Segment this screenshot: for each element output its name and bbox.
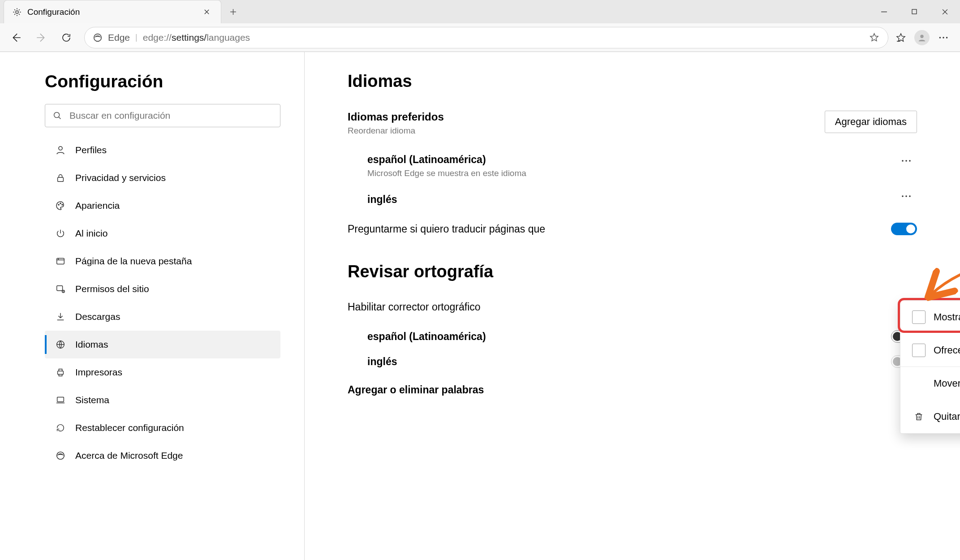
browser-tab[interactable]: Configuración [4, 0, 221, 23]
palette-icon [55, 200, 66, 211]
trash-icon [912, 412, 926, 422]
svg-point-12 [62, 204, 63, 205]
menu-item-label: Mostrar Microsoft Edge en este idioma [934, 311, 960, 323]
add-language-button[interactable]: Agregar idiomas [825, 111, 917, 133]
svg-point-21 [905, 160, 907, 162]
back-button[interactable] [5, 27, 27, 48]
more-menu-icon[interactable] [938, 32, 949, 43]
sidebar-item-languages[interactable]: Idiomas [45, 331, 280, 358]
sidebar-item-privacy[interactable]: Privacidad y servicios [45, 164, 280, 192]
spellcheck-language-name: español (Latinoamérica) [367, 331, 486, 343]
settings-search-input[interactable] [45, 104, 280, 127]
languages-heading: Idiomas [348, 72, 917, 91]
language-more-button[interactable] [895, 152, 917, 170]
address-bar[interactable]: Edge | edge://settings/languages [84, 27, 888, 48]
languages-icon [55, 339, 66, 350]
svg-point-23 [902, 195, 904, 197]
sidebar-item-onstartup[interactable]: Al inicio [45, 220, 280, 247]
sidebar-item-site-permissions[interactable]: Permisos del sitio [45, 275, 280, 303]
svg-rect-9 [58, 177, 64, 181]
sidebar-item-profiles[interactable]: Perfiles [45, 136, 280, 164]
person-icon [55, 144, 66, 156]
offer-translate-toggle[interactable] [891, 223, 917, 235]
svg-point-22 [909, 160, 911, 162]
window-maximize-button[interactable] [899, 0, 930, 23]
settings-search-field[interactable] [69, 110, 273, 121]
refresh-button[interactable] [56, 27, 77, 48]
sidebar-item-label: Sistema [75, 395, 109, 405]
dictionary-row[interactable]: Agregar o eliminar palabras [348, 384, 917, 396]
gear-icon [12, 7, 22, 17]
settings-sidebar: Configuración Perfiles Privacidad y serv… [0, 52, 305, 560]
svg-point-25 [909, 195, 911, 197]
favorites-icon[interactable] [895, 32, 906, 43]
window-close-button[interactable] [930, 0, 960, 23]
offer-translate-label: Preguntarme si quiero traducir páginas q… [348, 223, 545, 235]
newtab-icon [55, 255, 66, 267]
sidebar-item-downloads[interactable]: Descargas [45, 303, 280, 331]
spellcheck-language-name: inglés [367, 356, 397, 368]
language-more-button[interactable] [895, 187, 917, 205]
menu-item-label: Mover a la parte superior [934, 378, 960, 389]
sidebar-item-newtab[interactable]: Página de la nueva pestaña [45, 247, 280, 275]
laptop-icon [55, 394, 66, 406]
power-icon [55, 228, 66, 239]
svg-point-8 [59, 146, 62, 150]
svg-rect-1 [912, 9, 917, 14]
window-minimize-button[interactable] [869, 0, 899, 23]
language-subtext: Microsoft Edge se muestra en este idioma [367, 168, 526, 178]
edge-logo-icon [55, 450, 66, 461]
close-tab-icon[interactable] [200, 6, 213, 18]
checkbox-icon[interactable] [912, 344, 926, 357]
new-tab-button[interactable] [221, 0, 245, 23]
svg-rect-18 [57, 397, 64, 402]
profile-avatar-icon[interactable] [914, 30, 930, 45]
svg-point-6 [946, 37, 947, 38]
sidebar-item-label: Impresoras [75, 367, 122, 378]
download-icon [55, 311, 66, 323]
sidebar-item-system[interactable]: Sistema [45, 386, 280, 414]
menu-remove[interactable]: Quitar [900, 400, 960, 433]
menu-item-label: Quitar [934, 411, 960, 422]
toolbar: Edge | edge://settings/languages [0, 23, 960, 52]
printer-icon [55, 366, 66, 378]
menu-offer-translate[interactable]: Ofrecer la traducción de paginas en este… [900, 334, 960, 367]
spellcheck-enable-label: Habilitar corrector ortográfico [348, 301, 917, 313]
forward-button[interactable] [30, 27, 52, 48]
sidebar-item-label: Al inicio [75, 228, 108, 239]
svg-rect-13 [57, 258, 65, 264]
svg-point-2 [94, 34, 102, 41]
language-context-menu: Mostrar Microsoft Edge en este idioma Of… [900, 300, 960, 434]
menu-move-top[interactable]: Mover a la parte superior [900, 367, 960, 400]
settings-nav: Perfiles Privacidad y servicios Aparienc… [45, 136, 283, 470]
url-scheme-label: Edge [108, 32, 130, 43]
svg-point-20 [902, 160, 904, 162]
lock-icon [55, 172, 66, 184]
sidebar-item-label: Idiomas [75, 339, 108, 350]
sidebar-item-printers[interactable]: Impresoras [45, 358, 280, 386]
search-icon [52, 111, 62, 121]
language-row: español (Latinoamérica) Microsoft Edge s… [348, 148, 917, 184]
checkbox-icon[interactable] [912, 310, 926, 324]
content-area: Configuración Perfiles Privacidad y serv… [0, 52, 960, 560]
menu-show-edge-language[interactable]: Mostrar Microsoft Edge en este idioma [900, 301, 960, 334]
sidebar-item-label: Descargas [75, 311, 120, 322]
svg-point-5 [943, 37, 944, 38]
sidebar-item-appearance[interactable]: Apariencia [45, 192, 280, 220]
sidebar-item-about[interactable]: Acerca de Microsoft Edge [45, 442, 280, 470]
tab-title: Configuración [27, 7, 195, 17]
svg-point-10 [58, 204, 59, 205]
menu-item-label: Ofrecer la traducción de paginas en este… [934, 345, 960, 356]
favorite-star-icon[interactable] [868, 32, 880, 43]
reset-icon [55, 422, 66, 434]
spellcheck-language-row: español (Latinoamérica) [348, 324, 917, 349]
svg-point-19 [57, 452, 65, 460]
sidebar-item-reset[interactable]: Restablecer configuración [45, 414, 280, 442]
edge-logo-icon [93, 33, 103, 43]
language-row: inglés [348, 184, 917, 211]
svg-point-7 [54, 112, 60, 118]
dictionary-label: Agregar o eliminar palabras [348, 384, 484, 396]
settings-heading: Configuración [45, 72, 283, 91]
svg-rect-17 [58, 371, 64, 374]
title-bar: Configuración [0, 0, 960, 23]
